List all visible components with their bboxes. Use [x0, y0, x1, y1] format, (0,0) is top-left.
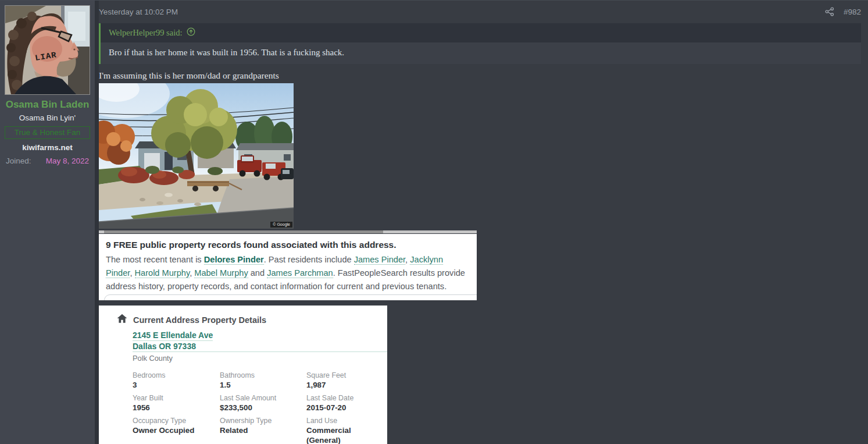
records-sep: and — [248, 268, 267, 278]
joined-label: Joined: — [6, 157, 31, 165]
user-sidebar: LIAR Osama Bin Laden Osama Bin Lyin' Tru… — [0, 1, 95, 444]
records-sep: , — [130, 268, 134, 278]
horizontal-scrollbar[interactable] — [99, 230, 477, 233]
resident-link-4[interactable]: Mabel Murphy — [194, 268, 248, 278]
post-body-text: I'm assuming this is her mom/dad or gran… — [99, 70, 861, 81]
field-bathrooms: Bathrooms1.5 — [220, 371, 306, 390]
address-block: 2145 E Ellendale Ave Dallas OR 97338 Pol… — [133, 330, 387, 363]
field-occupancy-type: Occupancy TypeOwner Occupied — [133, 417, 220, 444]
records-paragraph: The most recent tenant is Delores Pinder… — [106, 253, 470, 293]
user-location: kiwifarms.net — [0, 143, 95, 152]
home-icon — [117, 314, 127, 326]
records-intro: The most recent tenant is — [106, 255, 204, 264]
post-header: Yesterday at 10:02 PM #982 — [99, 1, 861, 16]
user-role-badge: True & Honest Fan — [5, 126, 90, 139]
joined-row: Joined: May 8, 2022 — [0, 157, 95, 165]
resident-link-3[interactable]: Harold Murphy — [135, 268, 190, 278]
username-link[interactable]: Osama Bin Laden — [0, 98, 95, 112]
avatar[interactable]: LIAR — [5, 5, 90, 95]
quote-header[interactable]: WelperHelper99 said: — [101, 23, 861, 42]
quote-text: Bro if that is her home it was built in … — [101, 42, 861, 64]
tenant-link[interactable]: Delores Pinder — [204, 255, 264, 265]
records-heading: 9 FREE public property records found ass… — [106, 240, 470, 250]
field-bedrooms: Bedrooms3 — [133, 371, 220, 390]
property-details-card: Current Address Property Details 2145 E … — [99, 306, 387, 444]
post-timestamp[interactable]: Yesterday at 10:02 PM — [99, 8, 178, 16]
records-sep: , — [405, 255, 410, 264]
records-mid: . Past residents include — [264, 255, 354, 264]
user-title: Osama Bin Lyin' — [0, 113, 95, 122]
avatar-illustration: LIAR — [5, 6, 90, 94]
post-content: Yesterday at 10:02 PM #982 WelperHelper9… — [99, 1, 861, 444]
property-card-header: Current Address Property Details — [99, 306, 387, 326]
county-label: Polk County — [133, 354, 387, 363]
property-card-heading: Current Address Property Details — [133, 315, 266, 325]
field-square-feet: Square Feet1,987 — [306, 371, 387, 390]
sidebar-divider — [95, 1, 99, 444]
resident-link-5[interactable]: James Parchman — [267, 268, 333, 278]
field-last-sale-date: Last Sale Date2015-07-20 — [306, 394, 387, 413]
property-records-embed: 9 FREE public property records found ass… — [99, 234, 477, 300]
property-fields-grid: Bedrooms3 Bathrooms1.5 Square Feet1,987 … — [133, 371, 387, 444]
share-icon[interactable] — [825, 7, 834, 16]
field-last-sale-amount: Last Sale Amount$233,500 — [220, 394, 306, 413]
address-line1-link[interactable]: 2145 E Ellendale Ave — [133, 331, 213, 341]
next-card-top-edge — [104, 294, 477, 300]
field-ownership-type: Ownership TypeRelated — [220, 417, 306, 444]
field-year-built: Year Built1956 — [133, 394, 220, 413]
resident-link-1[interactable]: James Pinder — [354, 255, 405, 265]
post-number-link[interactable]: #982 — [844, 8, 861, 16]
field-land-use: Land UseCommercial (General) — [306, 417, 387, 444]
joined-date: May 8, 2022 — [46, 157, 89, 165]
scrollbar-thumb[interactable] — [104, 230, 383, 233]
arrow-up-circle-icon[interactable] — [187, 27, 195, 38]
forum-post: LIAR Osama Bin Laden Osama Bin Lyin' Tru… — [0, 0, 868, 444]
quote-block: WelperHelper99 said: Bro if that is her … — [99, 23, 861, 64]
address-line2-link[interactable]: Dallas OR 97338 — [133, 342, 387, 352]
street-view-image[interactable]: © Google — [99, 83, 294, 229]
google-watermark: © Google — [270, 222, 292, 228]
street-view-scene — [99, 83, 294, 229]
quote-attribution-link[interactable]: WelperHelper99 said: — [109, 28, 182, 38]
